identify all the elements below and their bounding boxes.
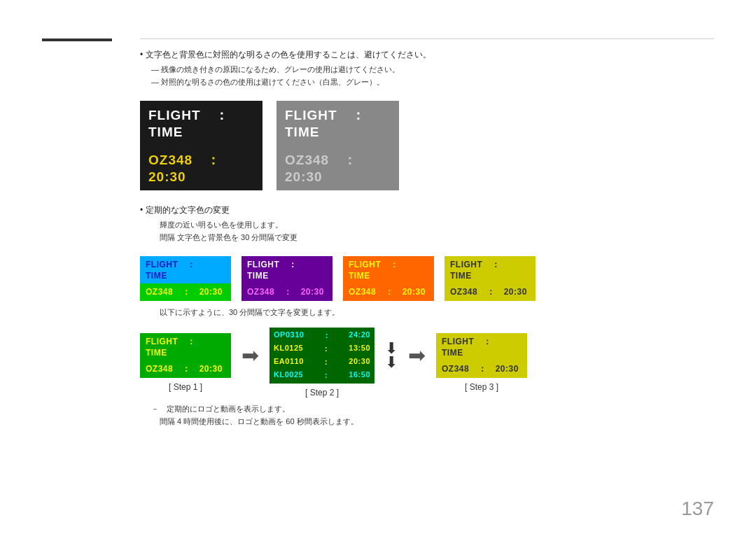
bullet-text-2: 定期的な文字色の変更 xyxy=(140,204,700,216)
step2-row1-colon: ： xyxy=(323,330,331,341)
step3-label: [ Step 3 ] xyxy=(465,382,498,392)
step2-row3-flight: EA0110 xyxy=(274,357,304,367)
step2-row1: OP0310 ： 24:20 xyxy=(270,329,374,342)
step2-row2-flight: KL0125 xyxy=(274,344,303,354)
step2-row1-time: 24:20 xyxy=(349,330,370,341)
dash-text-3: 輝度の近い明るい色を使用します。 xyxy=(160,219,700,232)
dash-text-5: 以下に示すように、30 分間隔で文字を変更します。 xyxy=(160,307,700,319)
step3-display: FLIGHT ： TIME OZ348 ： 20:30 xyxy=(436,333,527,378)
step2-row4-colon: ： xyxy=(322,370,330,381)
large-displays-row: FLIGHT ： TIME OZ348 ： 20:30 FLIGHT ： TIM… xyxy=(140,101,700,190)
step-1: FLIGHT ： TIME OZ348 ： 20:30 [ Step 1 ] xyxy=(140,333,231,392)
step-3: FLIGHT ： TIME OZ348 ： 20:30 [ Step 3 ] xyxy=(436,333,527,392)
bullet-section-3: － 定期的にロゴと動画を表示します。 間隔 4 時間使用後に、ロゴと動画を 60… xyxy=(140,403,700,428)
bullet-section-1: 文字色と背景色に対照的な明るさの色を使用することは、避けてください。 残像の焼き… xyxy=(140,49,700,88)
variant-purple-data: OZ348 ： 20:30 xyxy=(241,283,332,301)
variant-orange: FLIGHT ： TIME OZ348 ： 20:30 xyxy=(343,256,434,301)
step3-header: FLIGHT ： TIME xyxy=(436,333,527,360)
large-dark-data: OZ348 ： 20:30 xyxy=(140,146,262,190)
bullet-section-2: 定期的な文字色の変更 輝度の近い明るい色を使用します。 間隔 文字色と背景色を … xyxy=(140,204,700,244)
arrow-right-1: ➡ xyxy=(241,343,259,367)
dash-text-1: 残像の焼き付きの原因になるため、グレーの使用は避けてください。 xyxy=(151,64,700,76)
step2-row4: KL0025 ： 16:50 xyxy=(270,369,374,382)
step2-row4-time: 16:50 xyxy=(349,370,370,381)
step-2: OP0310 ： 24:20 KL0125 ： 13:50 EA0110 ： 2… xyxy=(270,328,374,398)
step2-row3: EA0110 ： 20:30 xyxy=(270,356,374,369)
step1-display: FLIGHT ： TIME OZ348 ： 20:30 xyxy=(140,333,231,378)
variant-cyan-header: FLIGHT ： TIME xyxy=(140,256,231,283)
dash-text-4: 間隔 文字色と背景色を 30 分間隔で変更 xyxy=(160,232,700,244)
variant-cyan-data: OZ348 ： 20:30 xyxy=(140,283,231,301)
large-gray-data: OZ348 ： 20:30 xyxy=(276,146,399,190)
page-number: 137 xyxy=(681,498,714,520)
arrow-right-2: ➡ xyxy=(408,343,426,367)
variant-yellow-data: OZ348 ： 20:30 xyxy=(444,283,536,301)
variant-yellow: FLIGHT ： TIME OZ348 ： 20:30 xyxy=(444,256,536,301)
color-variants-row: FLIGHT ： TIME OZ348 ： 20:30 FLIGHT ： TIM… xyxy=(140,256,700,301)
steps-section: FLIGHT ： TIME OZ348 ： 20:30 [ Step 1 ] ➡… xyxy=(140,328,700,398)
step2-row3-colon: ： xyxy=(322,357,330,367)
step3-data: OZ348 ： 20:30 xyxy=(436,360,527,378)
arrow-down-2: ⬇ xyxy=(385,356,398,370)
step1-data: OZ348 ： 20:30 xyxy=(140,360,231,378)
bullet-text-1: 文字色と背景色に対照的な明るさの色を使用することは、避けてください。 xyxy=(140,49,700,61)
variant-cyan: FLIGHT ： TIME OZ348 ： 20:30 xyxy=(140,256,231,301)
bullet-text-3: － 定期的にロゴと動画を表示します。 xyxy=(151,403,700,416)
step1-header: FLIGHT ： TIME xyxy=(140,333,231,360)
variant-orange-data: OZ348 ： 20:30 xyxy=(343,283,434,301)
step2-row2-colon: ： xyxy=(322,344,330,354)
large-gray-header: FLIGHT ： TIME xyxy=(276,101,399,146)
large-display-dark: FLIGHT ： TIME OZ348 ： 20:30 xyxy=(140,101,262,190)
dash-text-2: 対照的な明るさの色の使用は避けてください（白黒、グレー）。 xyxy=(151,76,700,89)
step1-label: [ Step 1 ] xyxy=(169,382,202,392)
main-content: 文字色と背景色に対照的な明るさの色を使用することは、避けてください。 残像の焼き… xyxy=(140,49,700,428)
step2-row2: KL0125 ： 13:50 xyxy=(270,342,374,356)
large-dark-header: FLIGHT ： TIME xyxy=(140,101,262,146)
step2-label: [ Step 2 ] xyxy=(305,388,339,398)
step2-row1-flight: OP0310 xyxy=(274,330,304,341)
variant-purple-header: FLIGHT ： TIME xyxy=(241,256,332,283)
step2-display: OP0310 ： 24:20 KL0125 ： 13:50 EA0110 ： 2… xyxy=(270,328,374,384)
step2-row4-flight: KL0025 xyxy=(274,370,303,381)
variant-yellow-header: FLIGHT ： TIME xyxy=(444,256,536,283)
variant-purple: FLIGHT ： TIME OZ348 ： 20:30 xyxy=(241,256,332,301)
dash-text-6: 間隔 4 時間使用後に、ロゴと動画を 60 秒間表示します。 xyxy=(160,416,700,428)
arrow-down-double: ⬇ ⬇ xyxy=(385,342,398,370)
large-display-gray: FLIGHT ： TIME OZ348 ： 20:30 xyxy=(276,101,399,190)
variant-orange-header: FLIGHT ： TIME xyxy=(343,256,434,283)
step2-row2-time: 13:50 xyxy=(349,344,370,354)
step2-row3-time: 20:30 xyxy=(349,357,370,367)
